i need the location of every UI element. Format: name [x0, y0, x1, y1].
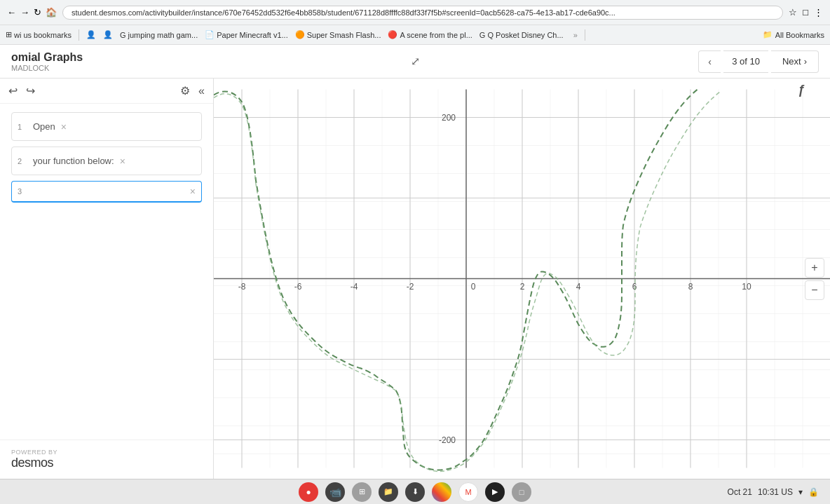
bookmark-icon: 🟠 [295, 30, 305, 39]
bookmark-icon: ⊞ [6, 30, 12, 39]
open-label: Open [33, 117, 55, 136]
bookmark-person1[interactable]: 👤 [86, 30, 96, 39]
extension-icon[interactable]: □ [803, 7, 808, 18]
graph-controls: + − [805, 258, 824, 300]
taskbar-misc-icon: □ [519, 488, 524, 496]
svg-text:2: 2 [520, 282, 525, 292]
taskbar-icon-chrome[interactable] [432, 482, 451, 502]
more-bookmarks[interactable]: » [573, 31, 578, 39]
taskbar-icon-misc[interactable]: □ [512, 482, 531, 502]
folder-icon: 📁 [763, 30, 773, 39]
bookmark-smash[interactable]: 🟠 Super Smash Flash... [295, 30, 381, 39]
taskbar-video-icon: 📹 [329, 486, 341, 498]
bookmark-label: wi us bookmarks [14, 31, 72, 39]
reload-icon[interactable]: ↻ [34, 7, 41, 18]
prev-button[interactable]: ‹ [698, 50, 721, 73]
home-icon[interactable]: 🏠 [46, 7, 57, 18]
svg-text:-200: -200 [439, 435, 456, 445]
graph-function-icon[interactable]: ƒ [798, 83, 805, 97]
graph-svg: -8 -6 -4 -2 0 2 4 6 8 10 200 -200 [214, 79, 830, 479]
bookmark-label: Super Smash Flash... [307, 31, 381, 39]
expand-icon[interactable]: ⤢ [411, 55, 420, 68]
menu-icon[interactable]: ⋮ [814, 7, 823, 18]
app-title-area: omial Graphs MADLOCK [11, 51, 83, 72]
bookmark-wius[interactable]: ⊞ wi us bookmarks [6, 30, 72, 39]
redo-icon[interactable]: ↪ [26, 84, 35, 97]
chevron-right-icon: › [804, 56, 807, 67]
powered-by-text: powered by [11, 449, 202, 456]
svg-text:-8: -8 [238, 282, 246, 292]
taskbar-icon-folder[interactable]: 📁 [379, 482, 398, 502]
close-icon-3[interactable]: × [190, 186, 196, 197]
bookmark-label: G Q Posket Disney Ch... [479, 31, 564, 39]
taskbar-grid-icon: ⊞ [359, 487, 365, 496]
taskbar-right: Oct 21 10:31 US ▾ 🔒 [728, 487, 819, 497]
close-icon-2[interactable]: × [120, 156, 125, 167]
bookmark-person2[interactable]: 👤 [103, 30, 113, 39]
taskbar-wifi-icon: ▾ [798, 487, 803, 497]
bookmark-paper-minecraft[interactable]: 📄 Paper Minecraft v1... [205, 30, 288, 39]
expr-number-2: 2 [18, 157, 27, 165]
expr-number-1: 1 [18, 123, 27, 131]
desmos-logo: desmos [11, 456, 202, 470]
taskbar-gmail-icon: M [465, 488, 471, 496]
function-input[interactable] [33, 186, 184, 197]
taskbar-icon-grid[interactable]: ⊞ [352, 482, 372, 502]
settings-icon[interactable]: ⚙ [180, 84, 190, 97]
taskbar-icon-play[interactable]: ▶ [485, 482, 505, 502]
expression-row-1: 1 Open × [11, 112, 202, 141]
all-bookmarks[interactable]: 📁 All Bookmarks [763, 30, 824, 39]
bookmark-label: A scene from the pl... [400, 31, 472, 39]
taskbar-icon-video[interactable]: 📹 [325, 482, 345, 502]
undo-icon[interactable]: ↩ [8, 84, 18, 97]
taskbar-icon-label: ● [306, 487, 311, 497]
taskbar-icon-red[interactable]: ● [299, 482, 318, 502]
zoom-in-button[interactable]: + [805, 258, 824, 278]
taskbar-folder-icon: 📁 [383, 487, 393, 496]
panel-toolbar: ↩ ↪ ⚙ « [0, 79, 213, 104]
taskbar-icon-download[interactable]: ⬇ [405, 482, 425, 502]
taskbar-date: Oct 21 [728, 487, 752, 497]
page-indicator: 3 of 10 [723, 50, 768, 73]
taskbar-time: 10:31 US [758, 487, 793, 497]
url-bar[interactable]: student.desmos.com/activitybuilder/insta… [62, 6, 783, 20]
zoom-out-button[interactable]: − [805, 280, 824, 300]
powered-by: powered by desmos [0, 440, 213, 479]
bookmarks-bar: ⊞ wi us bookmarks 👤 👤 G jumping math gam… [0, 25, 830, 45]
taskbar: ● 📹 ⊞ 📁 ⬇ M ▶ □ Oct 21 10:31 US ▾ 🔒 [0, 479, 830, 504]
panel-content: 1 Open × 2 your function below: × 3 × [0, 104, 213, 440]
svg-text:200: 200 [442, 113, 456, 123]
taskbar-battery-icon: 🔒 [808, 487, 819, 497]
bookmark-star-icon[interactable]: ☆ [789, 7, 797, 18]
back-icon[interactable]: ← [7, 7, 16, 18]
app-subtitle: MADLOCK [11, 64, 83, 72]
taskbar-icon-gmail[interactable]: M [458, 482, 478, 502]
collapse-icon[interactable]: « [198, 85, 205, 97]
expr-number-3: 3 [18, 187, 27, 196]
next-button[interactable]: Next › [771, 50, 819, 73]
svg-text:6: 6 [632, 282, 637, 292]
bookmark-icon: 📄 [205, 30, 215, 39]
bookmark-label: G jumping math gam... [120, 31, 198, 39]
graph-container: -8 -6 -4 -2 0 2 4 6 8 10 200 -200 [214, 79, 830, 479]
graph-area: -8 -6 -4 -2 0 2 4 6 8 10 200 -200 [214, 79, 830, 479]
bookmark-jumping[interactable]: G jumping math gam... [120, 31, 198, 39]
close-icon-1[interactable]: × [61, 121, 67, 132]
forward-icon[interactable]: → [20, 7, 29, 18]
svg-text:0: 0 [471, 282, 476, 292]
all-bookmarks-label: All Bookmarks [775, 31, 824, 39]
browser-bar: ← → ↻ 🏠 student.desmos.com/activitybuild… [0, 0, 830, 25]
svg-text:-6: -6 [294, 282, 302, 292]
bookmark-scene[interactable]: 🔴 A scene from the pl... [388, 30, 472, 39]
left-panel: ↩ ↪ ⚙ « 1 Open × 2 your function below: … [0, 79, 214, 479]
bookmark-icon: 🔴 [388, 30, 397, 39]
header-nav: ‹ 3 of 10 Next › [698, 50, 819, 73]
header-center: ⤢ [411, 55, 420, 68]
svg-text:10: 10 [742, 282, 751, 292]
bookmark-posket[interactable]: G Q Posket Disney Ch... [479, 31, 564, 39]
taskbar-download-icon: ⬇ [412, 487, 419, 496]
svg-text:8: 8 [688, 282, 693, 292]
app-title: omial Graphs [11, 51, 83, 64]
expression-row-3[interactable]: 3 × [11, 181, 202, 203]
svg-text:-4: -4 [351, 282, 358, 292]
